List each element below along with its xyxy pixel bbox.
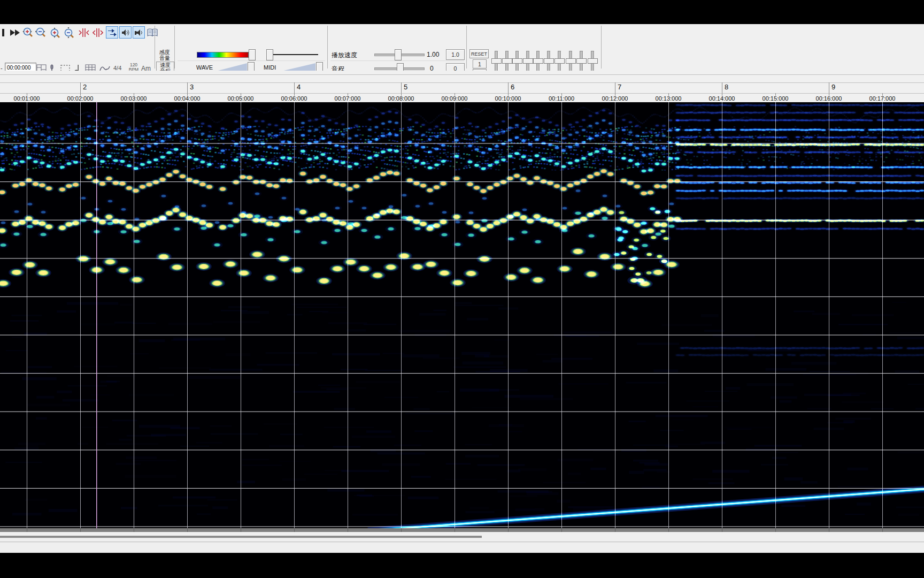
eq-reset-button[interactable]: RESET [469, 49, 489, 58]
time-label: 00:07:000 [335, 95, 361, 102]
measure-tick [508, 82, 509, 93]
band-tick [829, 528, 829, 532]
eq-band-handle-31[interactable] [491, 58, 502, 64]
playback-speed-reset-button[interactable]: 1.0 [446, 49, 465, 60]
tab-sensitivity-volume[interactable]: 感度 音量 [156, 49, 173, 61]
divider [174, 26, 175, 69]
midi-volume-label: MIDI [264, 64, 276, 71]
timeline-ruler[interactable]: 2345678900:01:00000:02:00000:03:00000:04… [0, 71, 924, 102]
zoom-out-horizontal-icon[interactable] [34, 26, 47, 39]
wave-volume-label: WAVE [196, 64, 213, 71]
band-tick [455, 528, 455, 532]
volume-slider-handle[interactable] [266, 49, 273, 60]
band-tick [348, 528, 348, 532]
band-tick [80, 528, 81, 532]
midi-audio-toggle-icon[interactable] [133, 26, 145, 39]
time-offset-value: 00:00:000 [7, 65, 31, 71]
time-label: 00:12:000 [602, 95, 628, 102]
eq-band-handle-1k[interactable] [544, 58, 554, 64]
measure-tick [80, 82, 81, 93]
time-label: 00:17:000 [869, 95, 896, 102]
ruler-line [0, 93, 924, 94]
measure-tick [401, 82, 402, 93]
button-label: 1 [478, 61, 481, 67]
band-tick [615, 528, 615, 532]
measure-tick [615, 82, 615, 93]
band-tick [294, 528, 295, 532]
ruler-line [0, 74, 924, 75]
volume-slider-track[interactable] [267, 54, 318, 55]
measure-number: 3 [190, 83, 194, 91]
time-label: 00:04:000 [174, 95, 201, 102]
divider [601, 26, 602, 69]
eq-band-handle-125[interactable] [512, 58, 522, 64]
measure-number: 9 [831, 83, 835, 91]
band-tick [241, 528, 241, 532]
time-label: 00:03:000 [121, 95, 147, 102]
measure-tick [294, 82, 295, 93]
spectrogram-bottom-band [0, 528, 924, 532]
measure-number: 8 [725, 83, 728, 91]
zoom-out-vertical-icon[interactable] [62, 26, 74, 39]
wave-audio-toggle-icon[interactable] [119, 26, 132, 39]
time-label: 00:01:000 [14, 95, 40, 102]
ruler-line [0, 82, 924, 83]
eq-band-handle-250[interactable] [523, 58, 533, 64]
time-label: 00:05:000 [228, 95, 254, 102]
time-label: 00:13:000 [656, 95, 682, 102]
measure-number: 4 [297, 83, 301, 91]
wavetone-window: - 00:00:000 4/4 120 BPM Am 002:01:584 A4… [0, 0, 924, 578]
status-bar [0, 542, 924, 553]
fast-forward-icon[interactable] [9, 26, 21, 39]
band-tick [668, 528, 669, 532]
score-view-icon[interactable] [146, 26, 158, 39]
band-tick [561, 528, 562, 532]
time-label: 00:06:000 [281, 95, 307, 102]
tab-label: 感度 [159, 49, 170, 55]
spectrogram-view[interactable] [0, 102, 924, 528]
band-tick [134, 528, 134, 532]
playback-speed-value: 1.00 [427, 51, 439, 58]
divider [178, 60, 325, 61]
time-label: 00:08:000 [388, 95, 414, 102]
tab-label: 音量 [159, 55, 170, 61]
time-label: 00:16:000 [816, 95, 842, 102]
toolbar: - 00:00:000 4/4 120 BPM Am 002:01:584 A4… [0, 24, 924, 71]
scrollbar-thumb[interactable] [0, 536, 482, 538]
zoom-in-vertical-icon[interactable] [48, 26, 60, 39]
measure-number: 7 [618, 83, 621, 91]
expand-time-icon[interactable] [91, 26, 104, 39]
eq-band-handle-16[interactable] [588, 58, 598, 64]
eq-band-handle-500[interactable] [533, 58, 543, 64]
eq-band-handle-62[interactable] [502, 58, 512, 64]
measure-tick [829, 82, 829, 93]
playback-speed-handle[interactable] [395, 49, 402, 60]
band-tick [27, 528, 27, 532]
zoom-in-horizontal-icon[interactable] [21, 26, 34, 39]
band-tick [508, 528, 509, 532]
time-label: 00:15:000 [763, 95, 789, 102]
measure-tick [187, 82, 188, 93]
eq-band-handle-2[interactable] [555, 58, 565, 64]
time-label: 00:02:000 [67, 95, 94, 102]
band-tick [722, 528, 722, 532]
tab-label: 速度 [160, 62, 171, 68]
time-label: 00:09:000 [442, 95, 468, 102]
measure-number: 6 [511, 83, 514, 91]
eq-band-handle-8[interactable] [576, 58, 587, 64]
sensitivity-slider-track[interactable] [197, 52, 249, 58]
time-label: 00:11:000 [549, 95, 574, 102]
divider [155, 26, 155, 69]
horizontal-scrollbar[interactable] [0, 532, 924, 542]
shrink-time-icon[interactable] [78, 26, 90, 39]
divider [330, 60, 464, 61]
band-tick [187, 528, 188, 532]
button-label: RESET [471, 51, 487, 57]
band-tick [775, 528, 776, 532]
eq-band-handle-4[interactable] [566, 58, 576, 64]
eq-preset-button-1[interactable]: 1 [473, 59, 487, 69]
measure-tick [722, 82, 722, 93]
sensitivity-slider-handle[interactable] [249, 49, 256, 60]
scroll-follow-icon[interactable] [106, 26, 118, 39]
band-tick [882, 528, 883, 532]
